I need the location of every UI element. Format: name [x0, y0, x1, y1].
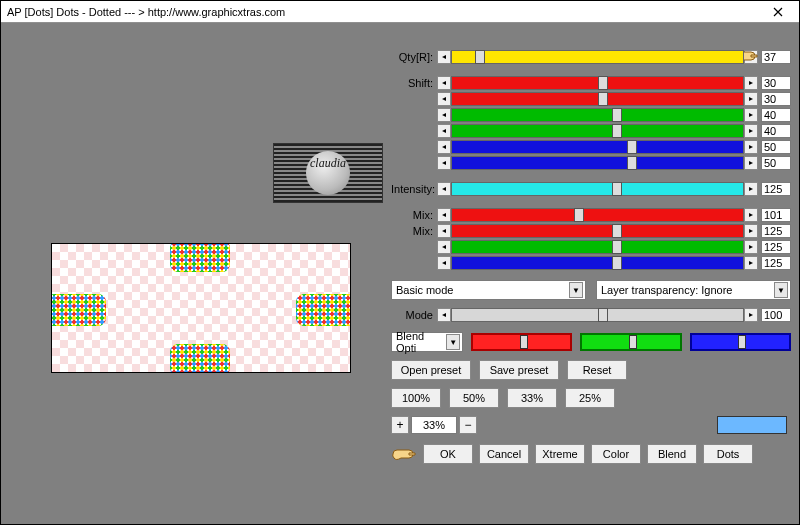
color-button[interactable]: Color	[591, 444, 641, 464]
chevron-down-icon: ▼	[446, 334, 460, 350]
mix_b-slider-row: ◂▸	[391, 255, 791, 270]
shift_b2-value[interactable]	[761, 156, 791, 170]
xtreme-button[interactable]: Xtreme	[535, 444, 585, 464]
arrow-left-icon[interactable]: ◂	[437, 256, 451, 270]
zoom-25-button[interactable]: 25%	[565, 388, 615, 408]
shift_b1-slider[interactable]: ◂▸	[437, 140, 758, 154]
blend-red-slider[interactable]	[471, 333, 572, 351]
arrow-right-icon[interactable]: ▸	[744, 156, 758, 170]
arrow-right-icon[interactable]: ▸	[744, 308, 758, 322]
mode-label: Mode	[391, 309, 437, 321]
arrow-right-icon[interactable]: ▸	[744, 182, 758, 196]
arrow-left-icon[interactable]: ◂	[437, 240, 451, 254]
controls-panel: Qty[R]:◂▸Shift:◂▸◂▸◂▸◂▸◂▸◂▸Intensity:◂▸M…	[381, 23, 799, 524]
arrow-left-icon[interactable]: ◂	[437, 224, 451, 238]
mix_g-value[interactable]	[761, 240, 791, 254]
reset-button[interactable]: Reset	[567, 360, 627, 380]
shift_g1-slider-row: ◂▸	[391, 107, 791, 122]
dot-blob	[170, 344, 230, 373]
color-swatch[interactable]	[717, 416, 787, 434]
arrow-right-icon[interactable]: ▸	[744, 124, 758, 138]
blend-option-dropdown[interactable]: Blend Opti ▼	[391, 332, 463, 352]
arrow-right-icon[interactable]: ▸	[744, 92, 758, 106]
blend-button[interactable]: Blend	[647, 444, 697, 464]
layer-transparency-dropdown[interactable]: Layer transparency: Ignore ▼	[596, 280, 791, 300]
zoom-row: + 33% −	[391, 416, 791, 434]
mix_g-slider[interactable]: ◂▸	[437, 240, 758, 254]
zoom-100-button[interactable]: 100%	[391, 388, 441, 408]
mix_b-slider[interactable]: ◂▸	[437, 256, 758, 270]
shift_g2-value[interactable]	[761, 124, 791, 138]
shift_r2-value[interactable]	[761, 92, 791, 106]
zoom-50-button[interactable]: 50%	[449, 388, 499, 408]
main-area: claudia Qty[R]:◂▸Shift:◂▸◂▸◂▸◂▸◂▸◂▸Inten…	[1, 23, 799, 524]
arrow-right-icon[interactable]: ▸	[744, 140, 758, 154]
intensity-slider-row: Intensity:◂▸	[391, 181, 791, 196]
arrow-left-icon[interactable]: ◂	[437, 308, 451, 322]
save-preset-button[interactable]: Save preset	[479, 360, 559, 380]
arrow-left-icon[interactable]: ◂	[437, 76, 451, 90]
shift_g1-slider[interactable]: ◂▸	[437, 108, 758, 122]
dropdown-label: Blend Opti	[396, 330, 446, 354]
arrow-left-icon[interactable]: ◂	[437, 208, 451, 222]
mix_r-value[interactable]	[761, 208, 791, 222]
basic-mode-dropdown[interactable]: Basic mode ▼	[391, 280, 586, 300]
dropdown-label: Basic mode	[396, 284, 453, 296]
percent-button-row: 100% 50% 33% 25%	[391, 388, 791, 408]
dots-button[interactable]: Dots	[703, 444, 753, 464]
intensity-value[interactable]	[761, 182, 791, 196]
arrow-left-icon[interactable]: ◂	[437, 92, 451, 106]
shift_b2-slider-row: ◂▸	[391, 155, 791, 170]
cancel-button[interactable]: Cancel	[479, 444, 529, 464]
dropdown-label: Layer transparency: Ignore	[601, 284, 732, 296]
qty-slider-row: Qty[R]:◂▸	[391, 49, 791, 64]
shift_b1-value[interactable]	[761, 140, 791, 154]
mix_b-value[interactable]	[761, 256, 791, 270]
shift_r2-slider[interactable]: ◂▸	[437, 92, 758, 106]
zoom-out-button[interactable]: −	[459, 416, 477, 434]
intensity-slider[interactable]: ◂▸	[437, 182, 758, 196]
shift_g1-value[interactable]	[761, 108, 791, 122]
arrow-right-icon[interactable]: ▸	[744, 256, 758, 270]
shift_r1-value[interactable]	[761, 76, 791, 90]
arrow-right-icon[interactable]: ▸	[744, 76, 758, 90]
window-title: AP [Dots] Dots - Dotted --- > http://www…	[7, 6, 285, 18]
ok-button[interactable]: OK	[423, 444, 473, 464]
close-icon	[773, 7, 783, 17]
preset-button-row: Open preset Save preset Reset	[391, 360, 791, 380]
mode-value[interactable]	[761, 308, 791, 322]
arrow-right-icon[interactable]: ▸	[744, 224, 758, 238]
mix_g-slider-row: ◂▸	[391, 239, 791, 254]
watermark-text: claudia	[310, 156, 346, 171]
shift_b2-slider[interactable]: ◂▸	[437, 156, 758, 170]
zoom-33-button[interactable]: 33%	[507, 388, 557, 408]
mix_r2-value[interactable]	[761, 224, 791, 238]
blend-blue-slider[interactable]	[690, 333, 791, 351]
open-preset-button[interactable]: Open preset	[391, 360, 471, 380]
arrow-right-icon[interactable]: ▸	[744, 240, 758, 254]
mix_r2-slider-row: Mix:◂▸	[391, 223, 791, 238]
dot-blob	[296, 294, 351, 326]
shift_g2-slider[interactable]: ◂▸	[437, 124, 758, 138]
zoom-in-button[interactable]: +	[391, 416, 409, 434]
arrow-left-icon[interactable]: ◂	[437, 156, 451, 170]
bottom-button-row: OK Cancel Xtreme Color Blend Dots	[391, 444, 791, 464]
mix_r-slider[interactable]: ◂▸	[437, 208, 758, 222]
arrow-left-icon[interactable]: ◂	[437, 182, 451, 196]
zoom-value[interactable]: 33%	[411, 416, 457, 434]
arrow-left-icon[interactable]: ◂	[437, 124, 451, 138]
close-button[interactable]	[759, 3, 797, 21]
arrow-left-icon[interactable]: ◂	[437, 108, 451, 122]
arrow-right-icon[interactable]: ▸	[744, 208, 758, 222]
blend-green-slider[interactable]	[580, 333, 681, 351]
shift_r2-slider-row: ◂▸	[391, 91, 791, 106]
arrow-left-icon[interactable]: ◂	[437, 140, 451, 154]
preview-panel: claudia	[1, 23, 381, 524]
mode-slider[interactable]: ◂ ▸	[437, 308, 758, 322]
shift_r1-slider[interactable]: ◂▸	[437, 76, 758, 90]
arrow-right-icon[interactable]: ▸	[744, 108, 758, 122]
qty-value[interactable]	[761, 50, 791, 64]
arrow-left-icon[interactable]: ◂	[437, 50, 451, 64]
mix_r2-slider[interactable]: ◂▸	[437, 224, 758, 238]
qty-slider[interactable]: ◂▸	[437, 50, 758, 64]
